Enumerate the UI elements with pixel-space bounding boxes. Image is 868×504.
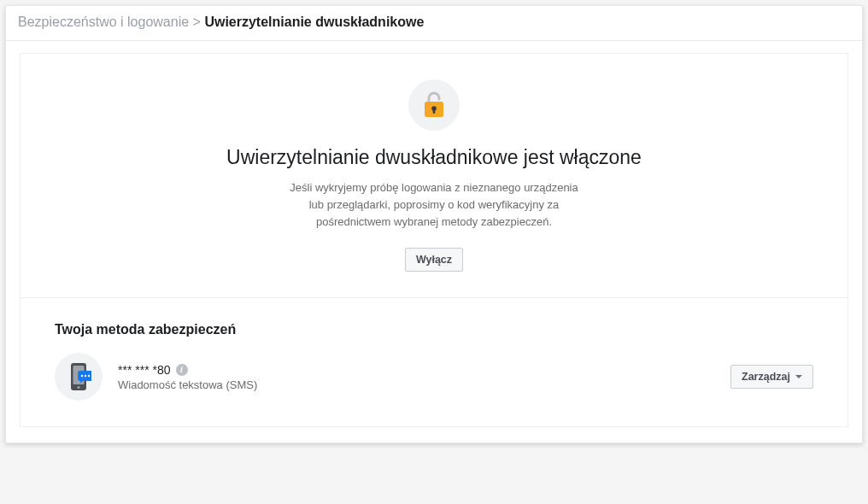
- method-text: *** *** *80 i Wiadomość tekstowa (SMS): [118, 363, 715, 391]
- phone-sms-icon: [55, 353, 103, 401]
- method-type-label: Wiadomość tekstowa (SMS): [118, 378, 715, 391]
- svg-point-5: [77, 386, 79, 389]
- divider: [21, 297, 847, 298]
- hero-section: Uwierzytelnianie dwuskładnikowe jest włą…: [55, 79, 813, 297]
- svg-point-9: [88, 375, 90, 377]
- chevron-down-icon: [795, 375, 802, 378]
- lock-icon: [408, 79, 460, 131]
- settings-card: Bezpieczeństwo i logowanie > Uwierzyteln…: [5, 5, 863, 443]
- manage-button[interactable]: Zarządzaj: [730, 365, 813, 389]
- disable-button[interactable]: Wyłącz: [405, 248, 463, 272]
- content-panel: Uwierzytelnianie dwuskładnikowe jest włą…: [20, 53, 848, 427]
- hero-title: Uwierzytelnianie dwuskładnikowe jest włą…: [55, 146, 813, 169]
- breadcrumb-separator: >: [193, 15, 201, 29]
- info-icon[interactable]: i: [176, 364, 188, 376]
- hero-description: Jeśli wykryjemy próbę logowania z niezna…: [289, 179, 579, 231]
- breadcrumb-current: Uwierzytelnianie dwuskładnikowe: [204, 15, 424, 29]
- breadcrumb: Bezpieczeństwo i logowanie > Uwierzyteln…: [6, 6, 862, 41]
- masked-phone-number: *** *** *80: [118, 363, 171, 377]
- security-method-row: *** *** *80 i Wiadomość tekstowa (SMS) Z…: [55, 353, 813, 401]
- breadcrumb-parent[interactable]: Bezpieczeństwo i logowanie: [18, 15, 189, 29]
- section-title: Twoja metoda zabezpieczeń: [55, 322, 813, 337]
- svg-rect-2: [433, 109, 436, 114]
- svg-point-7: [81, 375, 83, 377]
- security-method-section: Twoja metoda zabezpieczeń: [55, 322, 813, 401]
- manage-button-label: Zarządzaj: [742, 371, 790, 383]
- svg-point-8: [85, 375, 86, 377]
